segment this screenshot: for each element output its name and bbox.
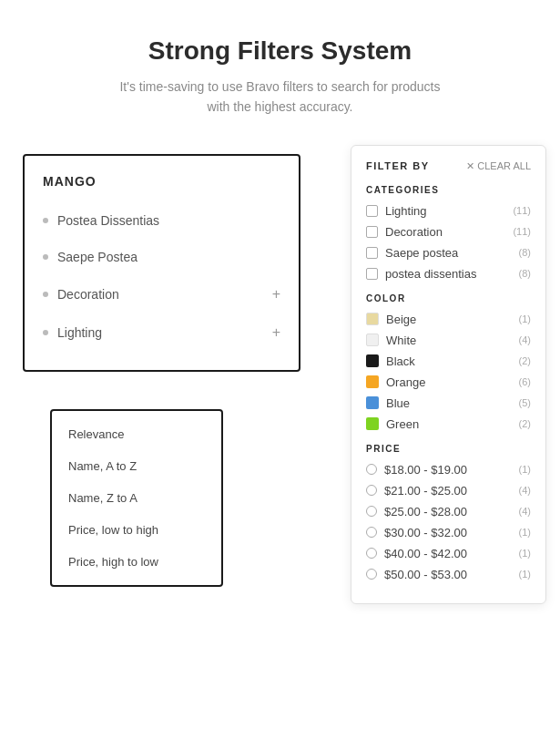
filter-lighting[interactable]: Lighting (11) [366,204,531,218]
color-black[interactable]: Black (2) [366,354,531,368]
swatch-green [366,417,379,430]
color-label-beige: Beige [386,313,416,326]
color-count-white: (4) [519,334,531,345]
color-label-green: Green [386,417,419,431]
price-count-18-19: (1) [519,464,531,475]
price-count-21-25: (4) [519,485,531,496]
sort-name-za[interactable]: Name, Z to A [52,482,221,514]
filter-panel: FILTER BY ✕ CLEAR ALL CATEGORIES Lightin… [351,145,546,604]
filter-count-lighting: (11) [513,205,531,216]
sort-name-az[interactable]: Name, A to Z [52,450,221,482]
filter-decoration[interactable]: Decoration (11) [366,225,531,239]
left-nav-panel: MANGO Postea Dissentias Saepe Postea Dec… [23,154,300,372]
radio-price-50-53[interactable] [366,569,377,580]
price-label-25-28: $25.00 - $28.00 [384,505,467,519]
clear-x-icon: ✕ [466,160,474,172]
page-subtitle: It's time-saving to use Bravo filters to… [55,77,505,118]
checkbox-saepe-postea[interactable] [366,247,378,259]
header-section: Strong Filters System It's time-saving t… [0,0,560,145]
menu-item-postea-dissentias[interactable]: Postea Dissentias [25,202,299,239]
checkbox-decoration[interactable] [366,226,378,238]
sort-price-high[interactable]: Price, high to low [52,546,221,578]
price-25-28[interactable]: $25.00 - $28.00 (4) [366,505,531,519]
color-count-orange: (6) [519,376,531,387]
filter-by-label: FILTER BY [366,160,430,171]
price-count-40-42: (1) [519,548,531,559]
checkbox-postea-dissentias[interactable] [366,268,378,280]
color-count-green: (2) [519,418,531,429]
radio-price-40-42[interactable] [366,548,377,559]
filter-saepe-postea[interactable]: Saepe postea (8) [366,246,531,260]
color-beige[interactable]: Beige (1) [366,313,531,326]
expand-icon: + [272,286,280,303]
menu-dot-icon [43,330,48,335]
color-green[interactable]: Green (2) [366,417,531,431]
radio-price-18-19[interactable] [366,464,377,475]
color-orange[interactable]: Orange (6) [366,375,531,389]
color-label-orange: Orange [386,375,425,389]
filter-count-postea-dissentias: (8) [519,268,531,279]
page-title: Strong Filters System [55,36,505,66]
price-18-19[interactable]: $18.00 - $19.00 (1) [366,463,531,477]
radio-price-30-32[interactable] [366,527,377,538]
color-count-black: (2) [519,355,531,366]
expand-icon: + [272,324,280,341]
color-label-blue: Blue [386,396,410,410]
filter-label-postea-dissentias: postea dissentias [385,267,476,281]
menu-dot-icon [43,218,48,223]
price-section-title: PRICE [366,444,531,454]
checkbox-lighting[interactable] [366,205,378,217]
menu-dot-icon [43,292,48,297]
color-count-blue: (5) [519,397,531,408]
menu-item-lighting[interactable]: Lighting + [25,313,299,352]
radio-price-21-25[interactable] [366,485,377,496]
menu-item-decoration[interactable]: Decoration + [25,275,299,313]
filter-header: FILTER BY ✕ CLEAR ALL [366,160,531,172]
color-white[interactable]: White (4) [366,334,531,347]
nav-panel-title: MANGO [25,174,299,202]
color-section-title: COLOR [366,293,531,303]
sort-relevance[interactable]: Relevance [52,418,221,450]
color-count-beige: (1) [519,313,531,324]
menu-label: Decoration [57,287,119,302]
price-50-53[interactable]: $50.00 - $53.00 (1) [366,568,531,581]
price-40-42[interactable]: $40.00 - $42.00 (1) [366,547,531,560]
price-label-21-25: $21.00 - $25.00 [384,484,467,498]
filter-label-lighting: Lighting [385,204,427,218]
price-count-30-32: (1) [519,527,531,538]
color-blue[interactable]: Blue (5) [366,396,531,410]
swatch-beige [366,313,379,325]
filter-label-decoration: Decoration [385,225,443,239]
radio-price-25-28[interactable] [366,506,377,517]
filter-count-decoration: (11) [513,226,531,237]
menu-label: Postea Dissentias [57,213,159,228]
swatch-orange [366,375,379,388]
price-30-32[interactable]: $30.00 - $32.00 (1) [366,526,531,539]
color-label-black: Black [386,354,415,368]
price-count-25-28: (4) [519,506,531,517]
filter-count-saepe-postea: (8) [519,247,531,258]
menu-label: Lighting [57,325,102,340]
color-label-white: White [386,334,416,347]
price-21-25[interactable]: $21.00 - $25.00 (4) [366,484,531,498]
price-count-50-53: (1) [519,569,531,580]
menu-dot-icon [43,254,48,260]
filter-label-saepe-postea: Saepe postea [385,246,458,260]
clear-all-button[interactable]: ✕ CLEAR ALL [466,160,531,172]
swatch-white [366,334,379,346]
price-label-18-19: $18.00 - $19.00 [384,463,467,477]
categories-section-title: CATEGORIES [366,185,531,195]
filter-postea-dissentias[interactable]: postea dissentias (8) [366,267,531,281]
sort-dropdown: Relevance Name, A to Z Name, Z to A Pric… [50,409,223,587]
swatch-blue [366,396,379,409]
menu-label: Saepe Postea [57,250,137,264]
content-area: MANGO Postea Dissentias Saepe Postea Dec… [0,145,560,710]
price-label-50-53: $50.00 - $53.00 [384,568,467,581]
price-label-40-42: $40.00 - $42.00 [384,547,467,560]
sort-price-low[interactable]: Price, low to high [52,514,221,546]
price-label-30-32: $30.00 - $32.00 [384,526,467,539]
menu-item-saepe-postea[interactable]: Saepe Postea [25,239,299,275]
page-wrapper: Strong Filters System It's time-saving t… [0,0,560,729]
swatch-black [366,354,379,367]
